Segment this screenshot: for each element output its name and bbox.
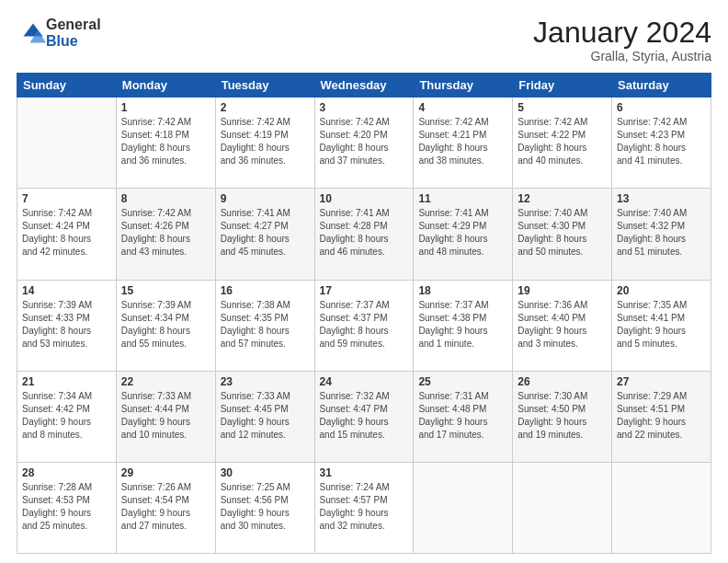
day-info: Sunrise: 7:42 AM Sunset: 4:24 PM Dayligh… — [22, 207, 111, 259]
calendar-week-2: 7Sunrise: 7:42 AM Sunset: 4:24 PM Daylig… — [17, 189, 711, 280]
day-info: Sunrise: 7:39 AM Sunset: 4:34 PM Dayligh… — [121, 299, 210, 350]
day-number: 10 — [320, 192, 409, 205]
calendar-cell — [17, 98, 117, 189]
day-info: Sunrise: 7:36 AM Sunset: 4:40 PM Dayligh… — [518, 299, 607, 350]
day-info: Sunrise: 7:42 AM Sunset: 4:21 PM Dayligh… — [418, 116, 507, 167]
day-info: Sunrise: 7:30 AM Sunset: 4:50 PM Dayligh… — [518, 390, 607, 442]
day-info: Sunrise: 7:24 AM Sunset: 4:57 PM Dayligh… — [320, 481, 409, 533]
day-number: 23 — [221, 375, 310, 388]
calendar-cell: 22Sunrise: 7:33 AM Sunset: 4:44 PM Dayli… — [116, 371, 215, 462]
calendar-cell: 25Sunrise: 7:31 AM Sunset: 4:48 PM Dayli… — [414, 371, 513, 462]
logo: General Blue — [17, 17, 101, 49]
day-number: 19 — [518, 284, 607, 297]
calendar-cell — [612, 462, 711, 553]
calendar-cell: 1Sunrise: 7:42 AM Sunset: 4:18 PM Daylig… — [116, 98, 215, 189]
calendar-cell: 16Sunrise: 7:38 AM Sunset: 4:35 PM Dayli… — [215, 280, 314, 371]
logo-text: General Blue — [46, 17, 101, 49]
day-number: 22 — [121, 375, 210, 388]
day-number: 1 — [121, 101, 210, 114]
day-info: Sunrise: 7:41 AM Sunset: 4:28 PM Dayligh… — [320, 207, 409, 259]
day-number: 13 — [617, 192, 706, 205]
day-info: Sunrise: 7:42 AM Sunset: 4:23 PM Dayligh… — [617, 116, 706, 167]
day-number: 30 — [221, 466, 310, 479]
calendar-header-wednesday: Wednesday — [314, 74, 414, 98]
day-info: Sunrise: 7:42 AM Sunset: 4:26 PM Dayligh… — [121, 207, 210, 259]
day-info: Sunrise: 7:26 AM Sunset: 4:54 PM Dayligh… — [121, 481, 210, 533]
main-title: January 2024 — [533, 17, 711, 49]
day-info: Sunrise: 7:41 AM Sunset: 4:27 PM Dayligh… — [221, 207, 310, 259]
calendar-header-row: SundayMondayTuesdayWednesdayThursdayFrid… — [17, 74, 711, 98]
day-info: Sunrise: 7:28 AM Sunset: 4:53 PM Dayligh… — [22, 481, 111, 533]
day-info: Sunrise: 7:34 AM Sunset: 4:42 PM Dayligh… — [22, 390, 111, 442]
day-info: Sunrise: 7:29 AM Sunset: 4:51 PM Dayligh… — [617, 390, 706, 442]
calendar-header-friday: Friday — [513, 74, 612, 98]
calendar-cell: 5Sunrise: 7:42 AM Sunset: 4:22 PM Daylig… — [513, 98, 612, 189]
day-number: 3 — [320, 101, 409, 114]
day-info: Sunrise: 7:42 AM Sunset: 4:19 PM Dayligh… — [221, 116, 310, 167]
day-info: Sunrise: 7:40 AM Sunset: 4:30 PM Dayligh… — [518, 207, 607, 259]
day-number: 4 — [418, 101, 507, 114]
day-number: 5 — [518, 101, 607, 114]
day-number: 24 — [320, 375, 409, 388]
calendar-cell: 12Sunrise: 7:40 AM Sunset: 4:30 PM Dayli… — [513, 189, 612, 280]
day-number: 28 — [22, 466, 111, 479]
day-info: Sunrise: 7:33 AM Sunset: 4:45 PM Dayligh… — [221, 390, 310, 442]
calendar-cell — [513, 462, 612, 553]
logo-icon — [20, 20, 46, 46]
day-number: 6 — [617, 101, 706, 114]
calendar-cell: 8Sunrise: 7:42 AM Sunset: 4:26 PM Daylig… — [116, 189, 215, 280]
day-info: Sunrise: 7:37 AM Sunset: 4:37 PM Dayligh… — [320, 299, 409, 350]
calendar-cell: 28Sunrise: 7:28 AM Sunset: 4:53 PM Dayli… — [17, 462, 117, 553]
calendar-cell: 4Sunrise: 7:42 AM Sunset: 4:21 PM Daylig… — [414, 98, 513, 189]
calendar-cell: 9Sunrise: 7:41 AM Sunset: 4:27 PM Daylig… — [215, 189, 314, 280]
day-number: 29 — [121, 466, 210, 479]
calendar-header-thursday: Thursday — [414, 74, 513, 98]
day-number: 2 — [221, 101, 310, 114]
calendar-cell: 14Sunrise: 7:39 AM Sunset: 4:33 PM Dayli… — [17, 280, 117, 371]
day-number: 16 — [221, 284, 310, 297]
calendar-cell: 21Sunrise: 7:34 AM Sunset: 4:42 PM Dayli… — [17, 371, 117, 462]
day-info: Sunrise: 7:31 AM Sunset: 4:48 PM Dayligh… — [418, 390, 507, 442]
day-info: Sunrise: 7:42 AM Sunset: 4:22 PM Dayligh… — [518, 116, 607, 167]
calendar-cell: 2Sunrise: 7:42 AM Sunset: 4:19 PM Daylig… — [215, 98, 314, 189]
subtitle: Gralla, Styria, Austria — [533, 49, 711, 63]
day-info: Sunrise: 7:41 AM Sunset: 4:29 PM Dayligh… — [418, 207, 507, 259]
day-info: Sunrise: 7:32 AM Sunset: 4:47 PM Dayligh… — [320, 390, 409, 442]
calendar-cell: 7Sunrise: 7:42 AM Sunset: 4:24 PM Daylig… — [17, 189, 117, 280]
calendar-cell — [414, 462, 513, 553]
calendar-cell: 17Sunrise: 7:37 AM Sunset: 4:37 PM Dayli… — [314, 280, 414, 371]
calendar-week-4: 21Sunrise: 7:34 AM Sunset: 4:42 PM Dayli… — [17, 371, 711, 462]
calendar-header-tuesday: Tuesday — [215, 74, 314, 98]
day-info: Sunrise: 7:39 AM Sunset: 4:33 PM Dayligh… — [22, 299, 111, 350]
day-number: 20 — [617, 284, 706, 297]
calendar-cell: 31Sunrise: 7:24 AM Sunset: 4:57 PM Dayli… — [314, 462, 414, 553]
day-info: Sunrise: 7:40 AM Sunset: 4:32 PM Dayligh… — [617, 207, 706, 259]
day-number: 25 — [418, 375, 507, 388]
day-info: Sunrise: 7:38 AM Sunset: 4:35 PM Dayligh… — [221, 299, 310, 350]
calendar-cell: 26Sunrise: 7:30 AM Sunset: 4:50 PM Dayli… — [513, 371, 612, 462]
calendar-header-sunday: Sunday — [17, 74, 117, 98]
calendar-cell: 20Sunrise: 7:35 AM Sunset: 4:41 PM Dayli… — [612, 280, 711, 371]
calendar-cell: 29Sunrise: 7:26 AM Sunset: 4:54 PM Dayli… — [116, 462, 215, 553]
calendar-cell: 27Sunrise: 7:29 AM Sunset: 4:51 PM Dayli… — [612, 371, 711, 462]
day-info: Sunrise: 7:33 AM Sunset: 4:44 PM Dayligh… — [121, 390, 210, 442]
day-number: 31 — [320, 466, 409, 479]
calendar-week-3: 14Sunrise: 7:39 AM Sunset: 4:33 PM Dayli… — [17, 280, 711, 371]
day-number: 27 — [617, 375, 706, 388]
calendar-header-monday: Monday — [116, 74, 215, 98]
day-number: 18 — [418, 284, 507, 297]
day-number: 8 — [121, 192, 210, 205]
day-info: Sunrise: 7:25 AM Sunset: 4:56 PM Dayligh… — [221, 481, 310, 533]
page: General Blue January 2024 Gralla, Styria… — [0, 0, 728, 563]
day-number: 21 — [22, 375, 111, 388]
day-number: 7 — [22, 192, 111, 205]
day-info: Sunrise: 7:37 AM Sunset: 4:38 PM Dayligh… — [418, 299, 507, 350]
calendar-week-5: 28Sunrise: 7:28 AM Sunset: 4:53 PM Dayli… — [17, 462, 711, 553]
day-number: 17 — [320, 284, 409, 297]
day-number: 26 — [518, 375, 607, 388]
calendar-cell: 19Sunrise: 7:36 AM Sunset: 4:40 PM Dayli… — [513, 280, 612, 371]
calendar-cell: 3Sunrise: 7:42 AM Sunset: 4:20 PM Daylig… — [314, 98, 414, 189]
title-block: January 2024 Gralla, Styria, Austria — [533, 17, 711, 63]
calendar-cell: 15Sunrise: 7:39 AM Sunset: 4:34 PM Dayli… — [116, 280, 215, 371]
day-info: Sunrise: 7:42 AM Sunset: 4:20 PM Dayligh… — [320, 116, 409, 167]
